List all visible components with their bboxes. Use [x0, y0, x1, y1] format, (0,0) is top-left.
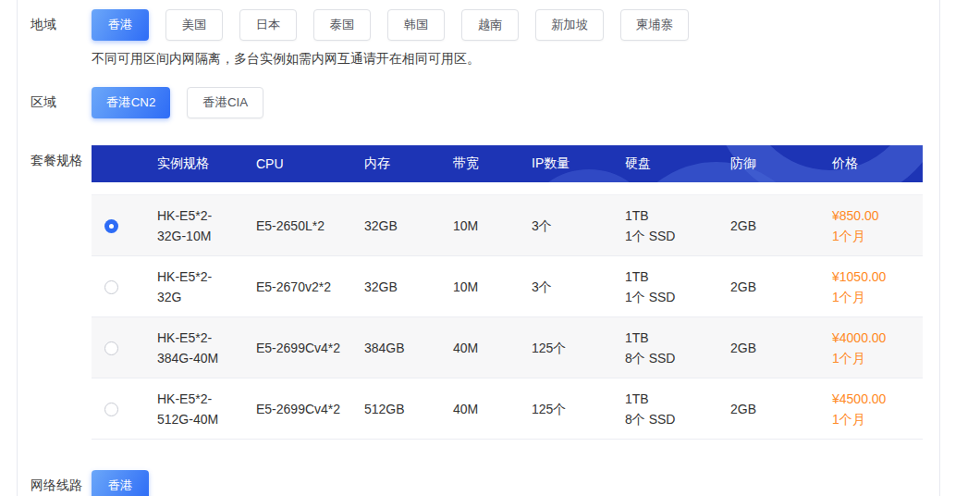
col-header-cpu: CPU	[256, 156, 364, 171]
plan-ip-count: 3个	[532, 277, 625, 297]
plan-price: ¥850.00 1个月	[832, 205, 923, 246]
col-header-memory: 内存	[364, 155, 453, 172]
plan-disk: 1TB 8个 SSD	[625, 328, 730, 368]
plan-radio[interactable]	[104, 403, 118, 416]
plan-spec: HK-E5*2-32G	[157, 267, 235, 307]
plan-ip-count: 3个	[532, 216, 625, 236]
plan-spec: HK-E5*2-512G-40M	[157, 389, 235, 429]
left-divider	[17, 0, 18, 496]
plan-row-hk-32g[interactable]: HK-E5*2-32G E5-2670v2*2 32GB 10M 3个 1TB …	[92, 256, 923, 317]
col-header-bandwidth: 带宽	[453, 155, 532, 172]
plan-cpu: E5-2699Cv4*2	[256, 338, 340, 358]
region-option-hongkong[interactable]: 香港	[92, 9, 149, 41]
col-header-ip: IP数量	[532, 155, 625, 172]
plan-bandwidth: 10M	[453, 216, 532, 236]
plan-table-header: 实例规格 CPU 内存 带宽 IP数量 硬盘 防御 价格	[92, 145, 923, 182]
network-option-hongkong[interactable]: 香港	[92, 470, 149, 496]
plan-spec: HK-E5*2-32G-10M	[157, 205, 235, 246]
region-option-japan[interactable]: 日本	[239, 9, 297, 41]
plan-spec: HK-E5*2-384G-40M	[157, 328, 235, 368]
plan-ip-count: 125个	[532, 338, 625, 358]
plan-cpu: E5-2670v2*2	[256, 277, 331, 297]
plan-disk: 1TB 1个 SSD	[625, 205, 730, 246]
plan-memory: 32GB	[364, 216, 453, 236]
region-option-korea[interactable]: 韩国	[387, 9, 445, 41]
zone-option-hk-cia[interactable]: 香港CIA	[187, 87, 263, 118]
plan-defense: 2GB	[730, 216, 832, 236]
region-option-thailand[interactable]: 泰国	[313, 9, 371, 41]
region-option-usa[interactable]: 美国	[165, 9, 223, 41]
col-header-spec: 实例规格	[157, 155, 256, 172]
plan-bandwidth: 40M	[453, 338, 532, 358]
plan-defense: 2GB	[730, 338, 832, 358]
plan-cpu: E5-2650L*2	[256, 216, 325, 236]
region-note: 不同可用区间内网隔离，多台实例如需内网互通请开在相同可用区。	[92, 49, 923, 68]
region-option-vietnam[interactable]: 越南	[461, 9, 519, 41]
plan-defense: 2GB	[730, 277, 832, 297]
plan-price: ¥4000.00 1个月	[832, 328, 923, 368]
plan-cpu: E5-2699Cv4*2	[256, 399, 340, 419]
plan-bandwidth: 10M	[453, 277, 532, 297]
col-header-defense: 防御	[730, 155, 832, 172]
plan-radio[interactable]	[104, 280, 118, 294]
region-label: 地域	[31, 9, 92, 33]
region-option-singapore[interactable]: 新加坡	[535, 9, 604, 41]
col-header-price: 价格	[832, 155, 923, 172]
zone-row: 区域 香港CN2 香港CIA	[31, 87, 923, 118]
plan-memory: 384GB	[364, 338, 453, 358]
plan-memory: 32GB	[364, 277, 453, 297]
plan-ip-count: 125个	[532, 399, 625, 419]
network-row: 网络线路 香港	[31, 461, 923, 496]
plan-disk: 1TB 1个 SSD	[625, 267, 730, 307]
region-options: 香港 美国 日本 泰国 韩国 越南 新加坡 柬埔寨	[92, 9, 923, 41]
plan-defense: 2GB	[730, 399, 832, 419]
zone-option-hk-cn2[interactable]: 香港CN2	[92, 87, 170, 118]
zone-label: 区域	[31, 87, 92, 111]
plan-disk: 1TB 8个 SSD	[625, 389, 730, 429]
config-form: 地域 香港 美国 日本 泰国 韩国 越南 新加坡 柬埔寨 不同可用区间内网隔离，…	[31, 0, 923, 496]
plans-label: 套餐规格	[31, 145, 92, 169]
plan-price: ¥1050.00 1个月	[832, 267, 923, 307]
plan-rows: HK-E5*2-32G-10M E5-2650L*2 32GB 10M 3个 1…	[92, 194, 923, 440]
network-label: 网络线路	[31, 461, 92, 494]
col-header-disk: 硬盘	[625, 155, 730, 172]
zone-options: 香港CN2 香港CIA	[92, 87, 923, 118]
plan-radio-selected[interactable]	[104, 219, 118, 233]
plan-row-hk-32g-10m[interactable]: HK-E5*2-32G-10M E5-2650L*2 32GB 10M 3个 1…	[92, 195, 923, 256]
right-divider	[939, 0, 940, 496]
plan-memory: 512GB	[364, 399, 453, 419]
plan-bandwidth: 40M	[453, 399, 532, 419]
plan-table: 实例规格 CPU 内存 带宽 IP数量 硬盘 防御 价格	[92, 145, 923, 440]
plan-row-hk-384g-40m[interactable]: HK-E5*2-384G-40M E5-2699Cv4*2 384GB 40M …	[92, 317, 923, 378]
plan-radio[interactable]	[104, 341, 118, 355]
server-config-page: 地域 香港 美国 日本 泰国 韩国 越南 新加坡 柬埔寨 不同可用区间内网隔离，…	[0, 0, 980, 496]
plan-row-hk-512g-40m[interactable]: HK-E5*2-512G-40M E5-2699Cv4*2 512GB 40M …	[92, 378, 923, 440]
plan-price: ¥4500.00 1个月	[832, 389, 923, 429]
plans-row: 套餐规格 实例规格 CPU 内存 带宽 IP数量 硬盘 防御 价格	[31, 145, 923, 440]
region-row: 地域 香港 美国 日本 泰国 韩国 越南 新加坡 柬埔寨 不同可用区间内网隔离，…	[31, 9, 923, 68]
region-option-cambodia[interactable]: 柬埔寨	[620, 9, 689, 41]
